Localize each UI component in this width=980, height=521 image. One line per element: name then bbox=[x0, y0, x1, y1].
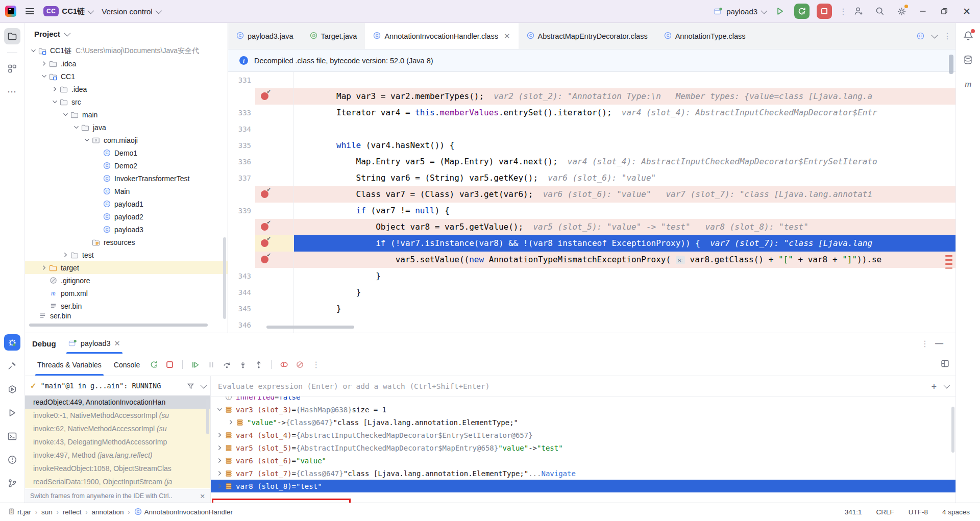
breadcrumb-item-annotation[interactable]: annotation bbox=[92, 508, 124, 516]
line-number[interactable]: 333 bbox=[228, 105, 255, 121]
close-icon[interactable]: ✕ bbox=[114, 339, 120, 348]
editor-horizontal-scrollbar[interactable] bbox=[266, 326, 354, 329]
variable-row[interactable]: iinherited = false bbox=[211, 396, 955, 403]
tree-chevron-icon[interactable] bbox=[83, 136, 91, 144]
tree-vertical-scrollbar[interactable] bbox=[223, 237, 226, 319]
tree-item-Demo1[interactable]: CDemo1 bbox=[25, 146, 228, 159]
version-control-widget[interactable]: Version control bbox=[102, 7, 160, 16]
project-panel-header[interactable]: Project bbox=[25, 23, 228, 44]
line-number[interactable] bbox=[228, 186, 255, 203]
tree-item-.gitignore[interactable]: .gitignore bbox=[25, 274, 228, 287]
terminal-tool-icon[interactable] bbox=[4, 428, 20, 444]
code-line[interactable]: 333 Iterator var4 = this.memberValues.en… bbox=[228, 105, 955, 121]
code-line[interactable]: 335 while (var4.hasNext()) { bbox=[228, 137, 955, 154]
frames-scrollbar[interactable] bbox=[206, 399, 209, 434]
step-over-icon[interactable] bbox=[220, 358, 234, 371]
tab-Target.java[interactable]: @Target.java bbox=[302, 23, 365, 49]
code-line[interactable]: 337 String var6 = (String) var5.getKey()… bbox=[228, 170, 955, 186]
variable-chevron-icon[interactable] bbox=[215, 432, 224, 438]
minimize-button[interactable] bbox=[916, 4, 930, 18]
stop-button[interactable] bbox=[817, 4, 832, 19]
debug-tool-icon[interactable] bbox=[4, 334, 20, 351]
tree-horizontal-scrollbar[interactable] bbox=[29, 324, 208, 327]
code-line[interactable]: var5.setValue((new AnnotationTypeMismatc… bbox=[228, 252, 955, 268]
chevron-down-icon[interactable] bbox=[932, 32, 938, 39]
variable-chevron-icon[interactable] bbox=[215, 445, 224, 451]
tree-item-ser.bin[interactable]: ser.bin bbox=[25, 300, 228, 312]
tree-chevron-icon[interactable] bbox=[72, 123, 81, 132]
line-number[interactable]: 345 bbox=[228, 301, 255, 317]
line-number[interactable]: 346 bbox=[228, 317, 255, 333]
tab-AnnotationInvocationHandler.class[interactable]: CAnnotationInvocationHandler.class✕ bbox=[365, 23, 518, 49]
more-icon[interactable]: ⋮ bbox=[921, 339, 926, 349]
breakpoint-icon[interactable] bbox=[255, 88, 276, 105]
line-number[interactable]: 331 bbox=[228, 72, 255, 88]
navigate-link[interactable]: Navigate bbox=[541, 469, 575, 478]
more-actions-icon[interactable]: ⋮ bbox=[839, 7, 844, 16]
tree-chevron-icon[interactable] bbox=[93, 148, 102, 157]
line-number[interactable]: 334 bbox=[228, 121, 255, 137]
tree-chevron-icon[interactable] bbox=[40, 289, 48, 297]
tree-item-Main[interactable]: CMain bbox=[25, 185, 228, 197]
indent-style[interactable]: 4 spaces bbox=[942, 508, 970, 516]
code-line[interactable]: Object var8 = var5.getValue(); var5 (slo… bbox=[228, 219, 955, 235]
tree-item-payload1[interactable]: Cpayload1 bbox=[25, 197, 228, 210]
breakpoint-icon[interactable] bbox=[255, 219, 276, 235]
code-line[interactable]: 344 } bbox=[228, 284, 955, 301]
evaluate-expression-input[interactable]: Evaluate expression (Enter) or add a wat… bbox=[211, 376, 955, 396]
stack-frame[interactable]: readSerialData:1900, ObjectInputStream (… bbox=[25, 475, 210, 488]
close-button[interactable]: ✕ bbox=[959, 6, 975, 17]
maven-tool-icon[interactable]: m bbox=[965, 79, 972, 90]
build-tool-icon[interactable] bbox=[4, 358, 20, 374]
step-into-icon[interactable] bbox=[236, 358, 250, 371]
editor-scrollbar-thumb[interactable] bbox=[949, 55, 953, 74]
tree-item-payload2[interactable]: Cpayload2 bbox=[25, 210, 228, 223]
pause-icon[interactable] bbox=[204, 358, 218, 371]
structure-tool-icon[interactable] bbox=[4, 60, 20, 77]
restore-button[interactable] bbox=[937, 4, 951, 18]
chevron-down-icon[interactable] bbox=[201, 382, 207, 388]
tree-item-src[interactable]: src bbox=[25, 95, 228, 108]
caret-position[interactable]: 341:1 bbox=[845, 508, 862, 516]
tree-item-CC1[interactable]: CC1 bbox=[25, 70, 228, 83]
breakpoint-icon[interactable] bbox=[255, 186, 276, 203]
step-out-icon[interactable] bbox=[252, 358, 265, 371]
code-line[interactable]: 346 bbox=[228, 317, 955, 333]
variable-row[interactable]: var3 (slot_3) = {HashMap@638} size = 1 bbox=[211, 403, 955, 416]
tree-item-ser.bin[interactable]: ser.bin bbox=[25, 312, 228, 319]
chevron-down-icon[interactable] bbox=[944, 382, 950, 389]
code-line[interactable]: 339 if (var7 != null) { bbox=[228, 203, 955, 219]
tree-item-Demo2[interactable]: CDemo2 bbox=[25, 159, 228, 172]
tree-item-test[interactable]: test bbox=[25, 249, 228, 261]
variable-row[interactable]: var7 (slot_7) = {Class@647} "class [Ljav… bbox=[211, 467, 955, 480]
main-menu-icon[interactable] bbox=[26, 7, 34, 16]
add-watch-icon[interactable]: + bbox=[932, 381, 937, 391]
variable-row[interactable]: var4 (slot_4) = {AbstractInputCheckedMap… bbox=[211, 429, 955, 441]
run-config-selector[interactable]: payload3 bbox=[714, 7, 766, 16]
tree-chevron-icon[interactable] bbox=[61, 110, 70, 119]
tree-chevron-icon[interactable] bbox=[29, 46, 38, 55]
tree-item-CC1链[interactable]: CC1链C:\Users\miaoj\Documents\Java安全代 bbox=[25, 44, 228, 57]
close-icon[interactable]: ✕ bbox=[504, 32, 510, 41]
stack-frame[interactable]: invoke:497, Method (java.lang.reflect) bbox=[25, 449, 210, 462]
stack-frame[interactable]: invokeReadObject:1058, ObjectStreamClas bbox=[25, 462, 210, 475]
breakpoint-icon[interactable] bbox=[255, 235, 276, 252]
tab-threads-variables[interactable]: Threads & Variables bbox=[32, 354, 107, 376]
variable-row[interactable]: var6 (slot_6) = "value" bbox=[211, 454, 955, 467]
breadcrumb-item-reflect[interactable]: reflect bbox=[63, 508, 82, 516]
tree-item-.idea[interactable]: .idea bbox=[25, 57, 228, 70]
code-line[interactable]: 334 bbox=[228, 121, 955, 137]
line-number[interactable]: 343 bbox=[228, 268, 255, 284]
services-tool-icon[interactable] bbox=[4, 381, 20, 398]
stack-frame[interactable]: invoke:62, NativeMethodAccessorImpl (su bbox=[25, 422, 210, 435]
search-icon[interactable] bbox=[873, 4, 887, 18]
stack-frame[interactable]: readObject:449, AnnotationInvocationHan bbox=[25, 395, 210, 409]
breakpoint-icon[interactable] bbox=[255, 252, 276, 268]
run-tool-icon[interactable] bbox=[4, 405, 20, 421]
line-number[interactable] bbox=[228, 219, 255, 235]
tree-chevron-icon[interactable] bbox=[40, 276, 48, 285]
tree-chevron-icon[interactable] bbox=[93, 200, 102, 208]
tree-item-payload3[interactable]: Cpayload3 bbox=[25, 223, 228, 236]
tree-item-target[interactable]: target bbox=[25, 261, 228, 274]
database-tool-icon[interactable] bbox=[963, 55, 973, 67]
